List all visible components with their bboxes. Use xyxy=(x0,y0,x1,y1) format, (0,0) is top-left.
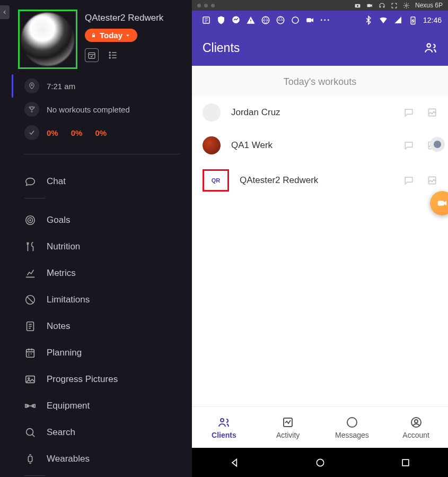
trophy-icon xyxy=(24,102,39,117)
client-name: Jordan Cruz xyxy=(231,107,393,118)
nav-progress-pictures[interactable]: Progress Pictures xyxy=(24,366,180,393)
nav-back-icon[interactable] xyxy=(230,457,240,468)
percent-1: 0% xyxy=(71,128,83,137)
svg-rect-43 xyxy=(402,459,409,466)
camera-icon xyxy=(354,2,361,9)
fullscreen-icon xyxy=(391,2,398,9)
circle-icon xyxy=(291,15,300,25)
svg-rect-17 xyxy=(32,405,33,407)
aperture-icon xyxy=(261,15,270,25)
bottomnav-account[interactable]: Account xyxy=(384,407,448,448)
phone-screen: Nexus 6P ··· 12:46 Clients Today's worko… xyxy=(191,0,448,477)
small-bubble[interactable] xyxy=(430,137,445,152)
warning-icon xyxy=(246,15,256,25)
client-row[interactable]: Jordan Cruz xyxy=(192,96,448,129)
bn-label: Messages xyxy=(335,431,369,439)
chat-outline-icon[interactable] xyxy=(403,107,414,118)
nav-equipment[interactable]: Equipment xyxy=(24,393,180,419)
svg-point-13 xyxy=(28,378,30,379)
nav-nutrition[interactable]: Nutrition xyxy=(24,233,180,260)
client-avatar xyxy=(203,136,221,154)
shield-icon xyxy=(216,15,226,25)
nav-metrics[interactable]: Metrics xyxy=(24,260,180,287)
today-button[interactable]: Today xyxy=(85,29,137,42)
svg-point-39 xyxy=(347,418,357,427)
more-icon: ··· xyxy=(320,15,330,25)
nav-recent-icon[interactable] xyxy=(400,457,411,468)
nav-goals[interactable]: Goals xyxy=(24,207,180,233)
svg-point-24 xyxy=(406,4,407,6)
chart-icon xyxy=(24,267,36,279)
ban-icon xyxy=(24,294,36,306)
left-sidebar: QAtester2 Redwerk Today 7:21 am xyxy=(0,0,191,477)
svg-point-18 xyxy=(27,429,33,436)
list-quick-icon[interactable] xyxy=(106,48,120,62)
video-icon xyxy=(366,2,373,9)
image-icon xyxy=(24,374,36,385)
nav-home-icon[interactable] xyxy=(315,457,326,468)
image-outline-icon[interactable] xyxy=(427,107,437,118)
calendar-icon xyxy=(24,347,36,359)
bottomnav-messages[interactable]: Messages xyxy=(320,407,384,448)
check-icon xyxy=(24,125,39,140)
nav-label: Search xyxy=(47,427,75,438)
chat-outline-icon[interactable] xyxy=(403,140,414,151)
nav-notes[interactable]: Notes xyxy=(24,313,180,340)
chat-icon xyxy=(24,176,36,187)
nav-planning[interactable]: Planning xyxy=(24,340,180,366)
emulator-titlebar: Nexus 6P xyxy=(192,0,448,11)
watch-icon xyxy=(24,453,36,465)
svg-point-41 xyxy=(415,420,418,423)
image-outline-icon[interactable] xyxy=(427,175,437,186)
gear-icon[interactable] xyxy=(403,2,410,9)
chat-outline-icon[interactable] xyxy=(403,175,414,186)
nav-label: Notes xyxy=(47,321,70,332)
videocam-icon xyxy=(305,15,315,25)
svg-point-2 xyxy=(109,52,110,53)
nav-search[interactable]: Search xyxy=(24,419,180,446)
svg-point-42 xyxy=(317,459,323,466)
profile-avatar[interactable] xyxy=(21,13,74,66)
status-time: 7:21 am xyxy=(47,82,75,91)
svg-rect-14 xyxy=(25,404,27,407)
calendar-quick-icon[interactable] xyxy=(85,48,99,62)
nav-chat[interactable]: Chat xyxy=(24,168,180,195)
today-label: Today xyxy=(100,31,122,40)
chevron-down-icon xyxy=(125,32,131,39)
book-icon xyxy=(201,15,211,25)
svg-rect-0 xyxy=(92,35,95,37)
battery-icon xyxy=(408,15,418,25)
svg-rect-19 xyxy=(28,456,32,462)
divider xyxy=(24,198,46,198)
nav-limitations[interactable]: Limitations xyxy=(24,287,180,313)
nav-label: Equipment xyxy=(47,401,90,411)
svg-point-4 xyxy=(109,57,110,58)
client-row[interactable]: QA1 Werk xyxy=(192,129,448,162)
svg-rect-11 xyxy=(27,350,34,358)
headphones-icon xyxy=(379,2,385,9)
profile-avatar-highlight xyxy=(18,10,77,69)
profile-name: QAtester2 Redwerk xyxy=(85,13,163,23)
nav-label: Planning xyxy=(47,348,82,358)
location-icon xyxy=(24,79,39,93)
bn-label: Activity xyxy=(276,431,300,439)
svg-rect-1 xyxy=(89,53,95,58)
bn-icon xyxy=(217,416,230,429)
client-row[interactable]: QRQAtester2 Redwerk xyxy=(192,162,448,199)
svg-point-32 xyxy=(427,44,431,47)
utensils-icon xyxy=(24,241,36,253)
bottomnav-activity[interactable]: Activity xyxy=(256,407,320,448)
nav-wearables[interactable]: Wearables xyxy=(24,446,180,472)
bn-label: Clients xyxy=(212,431,236,439)
svg-point-5 xyxy=(31,84,32,85)
android-navbar xyxy=(192,448,448,477)
bn-icon xyxy=(346,416,358,429)
status-workouts-row: No workouts completed xyxy=(24,98,180,121)
nav-label: Progress Pictures xyxy=(47,374,118,385)
people-icon[interactable] xyxy=(424,41,437,55)
svg-rect-30 xyxy=(306,18,311,22)
bottomnav-clients[interactable]: Clients xyxy=(192,407,256,448)
bottom-nav: ClientsActivityMessagesAccount xyxy=(192,406,448,448)
back-button[interactable] xyxy=(0,5,10,19)
client-name: QAtester2 Redwerk xyxy=(240,175,393,186)
